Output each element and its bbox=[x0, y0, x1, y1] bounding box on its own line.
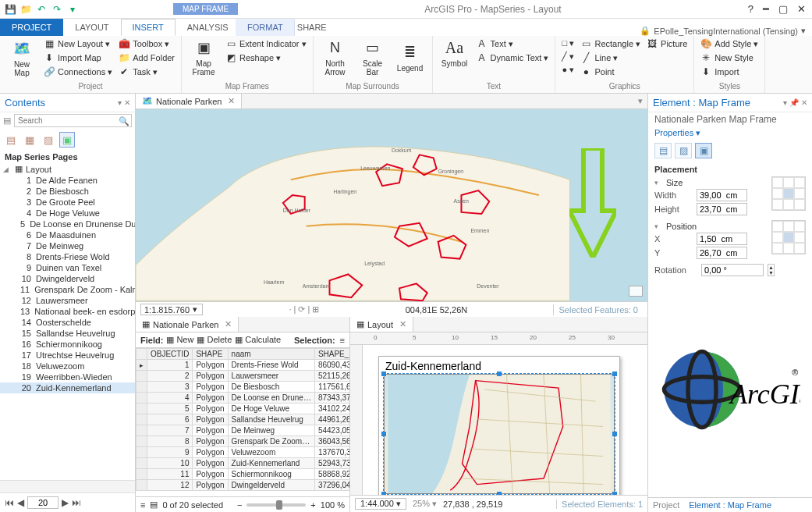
attr-row[interactable]: 9PolygonVeluwezoom137670,31471410 bbox=[137, 447, 350, 458]
attr-tab-close-icon[interactable]: ✕ bbox=[225, 319, 232, 329]
size-collapser-icon[interactable]: ▾ bbox=[654, 179, 658, 187]
task-button[interactable]: ✔Task ▾ bbox=[117, 66, 176, 78]
attr-table-scroll[interactable]: OBJECTIDSHAPEnaamSHAPE_LengthSH 1Polygon… bbox=[136, 348, 349, 496]
mapseries-page-row[interactable]: 18Veluwezoom bbox=[0, 361, 135, 372]
last-page-button[interactable]: ⏭ bbox=[72, 497, 81, 508]
attr-zoom-slider[interactable] bbox=[246, 503, 306, 507]
save-icon[interactable]: 💾 bbox=[3, 2, 17, 16]
attr-row[interactable]: 1PolygonDrents-Friese Wold86090,43518655… bbox=[137, 360, 350, 371]
width-input[interactable] bbox=[697, 189, 747, 201]
field-calculate-button[interactable]: ▦ Calculate bbox=[235, 335, 281, 345]
view-general-icon[interactable]: ▤ bbox=[654, 143, 672, 158]
shape-point-button[interactable]: ● ▾ bbox=[560, 64, 576, 76]
attr-row[interactable]: 12PolygonDwingelderveld37296,0480837 bbox=[137, 480, 350, 491]
map-frame-button[interactable]: ▣ Map Frame bbox=[186, 37, 221, 76]
attr-row[interactable]: 4PolygonDe Loonse en Drune…87343,3749993… bbox=[137, 393, 350, 404]
attr-col-header[interactable] bbox=[137, 349, 147, 360]
reshape-button[interactable]: ◩Reshape ▾ bbox=[224, 52, 308, 64]
extent-indicator-button[interactable]: ▭Extent Indicator ▾ bbox=[224, 37, 308, 50]
rectangle-button[interactable]: ▭Rectangle ▾ bbox=[579, 37, 642, 50]
search-icon[interactable]: 🔍 bbox=[119, 116, 129, 126]
open-icon[interactable]: 📁 bbox=[19, 2, 33, 16]
point-button[interactable]: ●Point bbox=[579, 66, 642, 78]
map-view-tab[interactable]: 🗺️ Nationale Parken ✕ bbox=[136, 94, 242, 108]
field-delete-button[interactable]: ▦ Delete bbox=[197, 335, 232, 345]
pane-dock-controls[interactable]: ▾ ✕ bbox=[118, 98, 130, 107]
field-new-button[interactable]: ▦ New bbox=[166, 335, 193, 345]
layout-scale-selector[interactable]: 1:44.000 ▾ bbox=[355, 498, 406, 510]
mapseries-page-row[interactable]: 13Nationaal beek- en esdorpenlandschap bbox=[0, 306, 135, 317]
attr-col-header[interactable]: naam bbox=[228, 349, 314, 360]
source-icon[interactable]: ▦ bbox=[22, 132, 37, 148]
mapseries-page-row[interactable]: 6De Maasduinen bbox=[0, 229, 135, 240]
import-style-button[interactable]: ⬇Import bbox=[699, 66, 760, 78]
current-page-input[interactable] bbox=[27, 496, 59, 509]
mapseries-page-row[interactable]: 20Zuid-Kennemerland bbox=[0, 382, 135, 393]
signed-in-user[interactable]: 🔒 EPolle_TensingInternational (Tensing) … bbox=[640, 26, 806, 36]
symbol-button[interactable]: AaSymbol bbox=[438, 37, 472, 68]
tree-root[interactable]: ◢ ▦ Layout bbox=[0, 163, 135, 175]
mapseries-page-row[interactable]: 2De Biesbosch bbox=[0, 186, 135, 197]
selection-icon[interactable]: ▨ bbox=[41, 132, 56, 148]
attr-row[interactable]: 2PolygonLauwersmeer52115,262944600 bbox=[137, 371, 350, 382]
rotation-down-icon[interactable]: ▼ bbox=[768, 270, 774, 276]
attr-col-header[interactable]: SHAPE_Length bbox=[314, 349, 349, 360]
attr-col-header[interactable]: SHAPE bbox=[193, 349, 228, 360]
attr-view-all-icon[interactable]: ≡ bbox=[140, 500, 145, 510]
collapse-icon[interactable]: ◢ bbox=[3, 165, 9, 173]
attr-view-selected-icon[interactable]: ▤ bbox=[150, 500, 158, 510]
shape-line-button[interactable]: ╱ ▾ bbox=[560, 51, 576, 62]
layout-tab-close-icon[interactable]: ✕ bbox=[399, 319, 406, 329]
prev-page-button[interactable]: ◀ bbox=[17, 497, 24, 508]
shape-rect-button[interactable]: □ ▾ bbox=[560, 37, 576, 49]
mapseries-page-row[interactable]: 16Schiermonnikoog bbox=[0, 339, 135, 350]
mapseries-page-row[interactable]: 10Dwingelderveld bbox=[0, 273, 135, 284]
add-style-button[interactable]: 🎨Add Style ▾ bbox=[699, 37, 760, 50]
import-map-button[interactable]: ⬇Import Map bbox=[42, 52, 114, 64]
tab-analysis[interactable]: ANALYSIS bbox=[176, 19, 240, 36]
position-collapser-icon[interactable]: ▾ bbox=[654, 222, 658, 230]
lock-aspect-widget[interactable] bbox=[771, 176, 806, 211]
mapseries-page-row[interactable]: 1De Alde Feanen bbox=[0, 175, 135, 186]
attr-row[interactable]: 3PolygonDe Biesbosch117561,684545898 bbox=[137, 382, 350, 393]
mapseries-page-row[interactable]: 19Weerribben-Wieden bbox=[0, 372, 135, 382]
mapseries-page-row[interactable]: 17Utrechtse Heuvelrug bbox=[0, 350, 135, 361]
mapseries-icon[interactable]: ▣ bbox=[59, 132, 75, 148]
mapseries-page-row[interactable]: 5De Loonse en Drunense Duinen bbox=[0, 219, 135, 229]
north-arrow-button[interactable]: NNorth Arrow bbox=[318, 37, 353, 76]
anchor-widget[interactable] bbox=[771, 220, 806, 254]
mapseries-page-row[interactable]: 3De Groote Peel bbox=[0, 197, 135, 208]
layout-canvas[interactable]: Zuid-Kennemerland bbox=[363, 345, 647, 495]
redo-icon[interactable]: ↷ bbox=[50, 2, 64, 16]
mapseries-page-row[interactable]: 7De Meinweg bbox=[0, 240, 135, 251]
new-map-button[interactable]: 🗺️ New Map bbox=[5, 37, 39, 78]
docked-tab-project[interactable]: Project bbox=[648, 498, 684, 512]
selected-elements[interactable]: Selected Elements: 1 bbox=[556, 500, 643, 509]
map-tab-close-icon[interactable]: ✕ bbox=[228, 96, 235, 106]
contents-scrollbar[interactable] bbox=[0, 480, 135, 492]
help-icon[interactable]: ? bbox=[748, 3, 753, 15]
tab-layout[interactable]: LAYOUT bbox=[63, 19, 120, 36]
minimize-icon[interactable]: ━ bbox=[763, 3, 769, 15]
customize-qat-icon[interactable]: ▾ bbox=[66, 2, 80, 16]
mapseries-page-row[interactable]: 15Sallandse Heuvelrug bbox=[0, 328, 135, 339]
tab-insert[interactable]: INSERT bbox=[121, 19, 176, 36]
new-layout-button[interactable]: ▦New Layout ▾ bbox=[42, 37, 114, 50]
dynamic-text-button[interactable]: ADynamic Text ▾ bbox=[475, 52, 551, 64]
undo-icon[interactable]: ↶ bbox=[34, 2, 48, 16]
mapseries-page-row[interactable]: 8Drents-Friese Wold bbox=[0, 251, 135, 262]
y-input[interactable] bbox=[697, 247, 747, 259]
attr-row[interactable]: 10PolygonZuid-Kennemerland52943,73806447 bbox=[137, 458, 350, 469]
selected-features[interactable]: Selected Features: 0 bbox=[553, 304, 643, 315]
attr-row[interactable]: 6PolygonSallandse Heuvelrug44961,2651932… bbox=[137, 414, 350, 425]
view-placement-icon[interactable]: ▣ bbox=[695, 143, 712, 158]
contents-search-input[interactable] bbox=[14, 114, 132, 127]
maximize-icon[interactable]: ▢ bbox=[778, 3, 788, 15]
attr-row[interactable]: 8PolygonGrenspark De Zoom…36043,56310338… bbox=[137, 436, 350, 447]
attr-row[interactable]: 5PolygonDe Hoge Veluwe34102,249624510 bbox=[137, 404, 350, 414]
picture-button[interactable]: 🖼Picture bbox=[645, 37, 689, 50]
attr-tab[interactable]: ▦ Nationale Parken ✕ bbox=[136, 317, 239, 332]
layout-page[interactable]: Zuid-Kennemerland bbox=[378, 356, 620, 495]
scale-bar-button[interactable]: ▭Scale Bar bbox=[356, 37, 390, 76]
view-display-icon[interactable]: ▨ bbox=[675, 143, 692, 158]
